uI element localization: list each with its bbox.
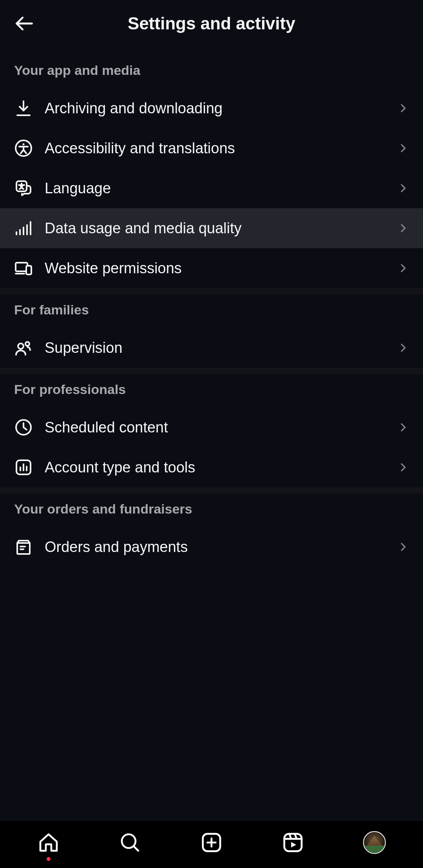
settings-row-website-permissions[interactable]: Website permissions: [0, 248, 423, 288]
settings-row-archiving-and-downloading[interactable]: Archiving and downloading: [0, 88, 423, 128]
nav-reels[interactable]: [279, 829, 307, 856]
download-icon: [14, 99, 33, 118]
svg-line-8: [24, 150, 26, 153]
nav-home-dot: [47, 857, 51, 861]
svg-rect-17: [26, 266, 31, 274]
chevron-right-icon: [397, 142, 409, 154]
row-label: Language: [45, 180, 397, 197]
svg-rect-32: [284, 834, 302, 851]
section-separator: [0, 487, 423, 494]
row-label: Orders and payments: [45, 539, 397, 556]
row-label: Supervision: [45, 340, 397, 356]
nav-profile[interactable]: [361, 829, 388, 856]
svg-line-28: [134, 846, 138, 851]
row-label: Account type and tools: [45, 459, 397, 476]
settings-row-scheduled-content[interactable]: Scheduled content: [0, 407, 423, 447]
chevron-right-icon: [397, 102, 409, 114]
settings-row-orders-and-payments[interactable]: Orders and payments: [0, 527, 423, 567]
section-header: For families: [0, 294, 423, 328]
plus-square-icon: [201, 832, 222, 853]
section-header: Your orders and fundraisers: [0, 494, 423, 527]
nav-create[interactable]: [198, 829, 225, 856]
insights-icon: [14, 458, 33, 477]
settings-row-supervision[interactable]: Supervision: [0, 328, 423, 368]
section-header: For professionals: [0, 374, 423, 407]
clock-icon: [14, 418, 33, 437]
svg-point-19: [25, 342, 29, 346]
settings-row-accessibility-and-translations[interactable]: Accessibility and translations: [0, 128, 423, 168]
chevron-right-icon: [397, 262, 409, 274]
bars-icon: [14, 219, 33, 238]
chevron-right-icon: [397, 342, 409, 354]
chevron-right-icon: [397, 222, 409, 234]
home-icon: [38, 832, 60, 853]
row-label: Archiving and downloading: [45, 100, 397, 117]
svg-point-4: [22, 143, 24, 145]
svg-point-18: [18, 343, 24, 349]
section-separator: [0, 368, 423, 374]
avatar: [363, 831, 386, 854]
search-icon: [119, 832, 141, 853]
settings-row-language[interactable]: Language: [0, 168, 423, 208]
accessibility-icon: [14, 139, 33, 158]
page-title: Settings and activity: [13, 14, 410, 33]
row-label: Website permissions: [45, 260, 397, 277]
bottom-nav: [0, 821, 423, 868]
people-icon: [14, 338, 33, 357]
nav-search[interactable]: [116, 829, 144, 856]
settings-row-account-type-and-tools[interactable]: Account type and tools: [0, 447, 423, 487]
settings-row-data-usage-and-media-quality[interactable]: Data usage and media quality: [0, 208, 423, 248]
orders-icon: [14, 538, 33, 556]
svg-marker-36: [291, 842, 296, 848]
section-header: Your app and media: [0, 55, 423, 88]
reels-icon: [282, 832, 304, 853]
row-label: Scheduled content: [45, 419, 397, 436]
chevron-right-icon: [397, 421, 409, 433]
chevron-right-icon: [397, 461, 409, 473]
chevron-right-icon: [397, 541, 409, 553]
row-label: Accessibility and translations: [45, 140, 397, 157]
devices-icon: [14, 259, 33, 278]
nav-home[interactable]: [35, 829, 62, 856]
chevron-right-icon: [397, 182, 409, 194]
language-icon: [14, 179, 33, 198]
row-label: Data usage and media quality: [45, 220, 397, 237]
section-separator: [0, 288, 423, 294]
